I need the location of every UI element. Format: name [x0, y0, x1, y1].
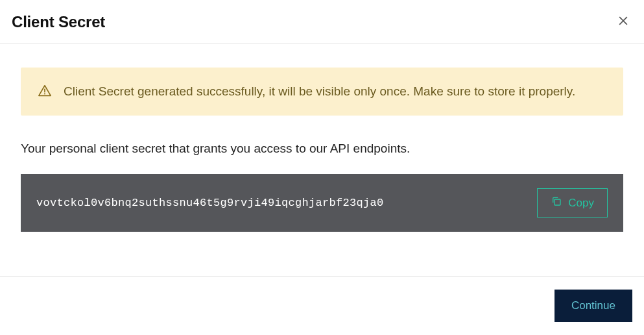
continue-button[interactable]: Continue — [555, 290, 632, 322]
modal-title: Client Secret — [12, 13, 105, 31]
copy-icon — [551, 195, 562, 210]
svg-point-3 — [44, 93, 45, 95]
client-secret-modal: Client Secret Client Secret generated su… — [0, 0, 644, 335]
warning-icon — [38, 84, 52, 101]
secret-value: vovtckol0v6bnq2suthssnu46t5g9rvji49iqcgh… — [36, 197, 384, 209]
secret-description: Your personal client secret that grants … — [21, 142, 623, 156]
svg-rect-4 — [555, 199, 560, 205]
close-icon — [617, 14, 630, 29]
copy-label: Copy — [568, 197, 594, 210]
secret-box: vovtckol0v6bnq2suthssnu46t5g9rvji49iqcgh… — [21, 174, 623, 232]
modal-body: Client Secret generated successfully, it… — [0, 44, 644, 276]
copy-button[interactable]: Copy — [537, 188, 608, 217]
alert-message: Client Secret generated successfully, it… — [64, 82, 575, 101]
success-alert: Client Secret generated successfully, it… — [21, 68, 623, 116]
close-button[interactable] — [614, 12, 632, 32]
modal-header: Client Secret — [0, 0, 644, 44]
modal-footer: Continue — [0, 276, 644, 335]
